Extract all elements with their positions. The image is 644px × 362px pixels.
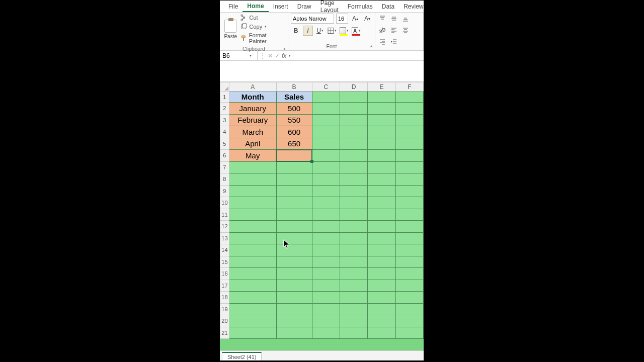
align-top-button[interactable] <box>377 14 387 24</box>
cell[interactable] <box>395 256 423 268</box>
select-all-corner[interactable] <box>220 82 229 92</box>
cell[interactable] <box>312 103 340 115</box>
cell[interactable] <box>340 232 367 244</box>
menu-tab-home[interactable]: Home <box>243 1 268 12</box>
cell[interactable] <box>340 161 367 173</box>
cell[interactable] <box>229 221 276 233</box>
column-header[interactable]: E <box>368 82 395 92</box>
fx-icon[interactable]: fx <box>282 52 286 59</box>
cell[interactable] <box>340 292 367 304</box>
name-box-input[interactable] <box>220 52 248 59</box>
cell[interactable] <box>368 221 395 233</box>
column-header[interactable]: A <box>229 82 276 92</box>
cell[interactable]: 500 <box>276 103 312 115</box>
formula-input[interactable] <box>293 51 424 60</box>
align-left-button[interactable] <box>389 25 399 35</box>
cell[interactable]: Sales <box>276 92 312 103</box>
cell[interactable] <box>340 280 367 292</box>
cell[interactable] <box>395 138 423 150</box>
column-header[interactable]: D <box>340 82 367 92</box>
cell[interactable] <box>340 303 367 315</box>
cell[interactable] <box>229 292 276 304</box>
cell[interactable] <box>340 114 367 126</box>
cell[interactable] <box>229 161 276 173</box>
cell[interactable] <box>276 173 312 186</box>
cell[interactable] <box>312 232 340 244</box>
row-header[interactable]: 19 <box>220 303 229 315</box>
cell[interactable] <box>368 185 395 197</box>
cell[interactable] <box>229 232 276 244</box>
row-header[interactable]: 17 <box>220 280 229 292</box>
cell[interactable] <box>395 327 423 339</box>
fill-color-button[interactable]: ▾ <box>339 26 349 36</box>
cancel-icon[interactable]: ✕ <box>268 52 273 59</box>
cell[interactable] <box>368 244 395 256</box>
row-header[interactable]: 1 <box>220 92 229 103</box>
cell[interactable]: 600 <box>276 126 312 138</box>
row-header[interactable]: 18 <box>220 292 229 304</box>
row-header[interactable]: 14 <box>220 244 229 256</box>
menu-tab-draw[interactable]: Draw <box>293 2 316 12</box>
cell[interactable] <box>340 268 367 280</box>
cell[interactable] <box>276 150 312 162</box>
row-header[interactable]: 5 <box>220 138 229 150</box>
row-header[interactable]: 2 <box>220 103 229 115</box>
cell[interactable] <box>276 280 312 292</box>
cell[interactable] <box>312 268 340 280</box>
align-middle-button[interactable] <box>389 14 399 24</box>
cell[interactable] <box>368 256 395 268</box>
cell[interactable] <box>312 114 340 126</box>
cell[interactable] <box>395 303 423 315</box>
cell[interactable] <box>276 303 312 315</box>
cell[interactable]: January <box>229 103 276 115</box>
cell[interactable] <box>368 268 395 280</box>
cell[interactable] <box>276 161 312 173</box>
cell[interactable]: April <box>229 138 276 150</box>
format-painter-button[interactable]: Format Painter <box>239 32 286 45</box>
row-header[interactable]: 20 <box>220 315 229 327</box>
cell[interactable] <box>276 185 312 197</box>
cell[interactable] <box>340 197 367 209</box>
cell[interactable] <box>368 150 395 162</box>
chevron-down-icon[interactable]: ▾ <box>265 25 267 29</box>
row-header[interactable]: 11 <box>220 209 229 221</box>
cell[interactable] <box>395 92 423 103</box>
row-header[interactable]: 12 <box>220 221 229 233</box>
row-header[interactable]: 21 <box>220 327 229 339</box>
cell[interactable] <box>229 268 276 280</box>
worksheet-area[interactable]: ABCDEF1MonthSales2January5003February550… <box>220 82 424 360</box>
menu-tab-data[interactable]: Data <box>377 2 399 12</box>
cell[interactable] <box>395 161 423 173</box>
cell[interactable] <box>395 221 423 233</box>
align-center-button[interactable] <box>400 25 411 35</box>
cell[interactable] <box>340 256 367 268</box>
cell[interactable] <box>340 103 367 115</box>
dropdown-icon[interactable]: ⋮ <box>260 52 266 59</box>
menu-tab-file[interactable]: File <box>224 2 243 12</box>
cell[interactable] <box>229 280 276 292</box>
cell[interactable] <box>229 327 276 339</box>
cell[interactable] <box>368 303 395 315</box>
cell[interactable] <box>312 197 340 209</box>
row-header[interactable]: 3 <box>220 114 229 126</box>
indent-button[interactable] <box>389 37 399 47</box>
cell[interactable]: March <box>229 126 276 138</box>
menu-tab-insert[interactable]: Insert <box>269 2 293 12</box>
cell[interactable] <box>368 327 395 339</box>
cell[interactable] <box>276 292 312 304</box>
row-header[interactable]: 4 <box>220 126 229 138</box>
cell[interactable] <box>395 232 423 244</box>
cell[interactable]: May <box>229 150 276 162</box>
cell[interactable] <box>229 256 276 268</box>
cell[interactable] <box>312 138 340 150</box>
cell[interactable] <box>395 315 423 327</box>
cell[interactable] <box>395 292 423 304</box>
cut-button[interactable]: Cut <box>239 14 286 22</box>
cell[interactable] <box>312 292 340 304</box>
underline-button[interactable]: U▾ <box>315 26 325 36</box>
cell[interactable] <box>368 315 395 327</box>
cell[interactable] <box>229 303 276 315</box>
orientation-button[interactable]: ab <box>377 25 387 35</box>
cell[interactable] <box>368 161 395 173</box>
cell[interactable] <box>340 185 367 197</box>
